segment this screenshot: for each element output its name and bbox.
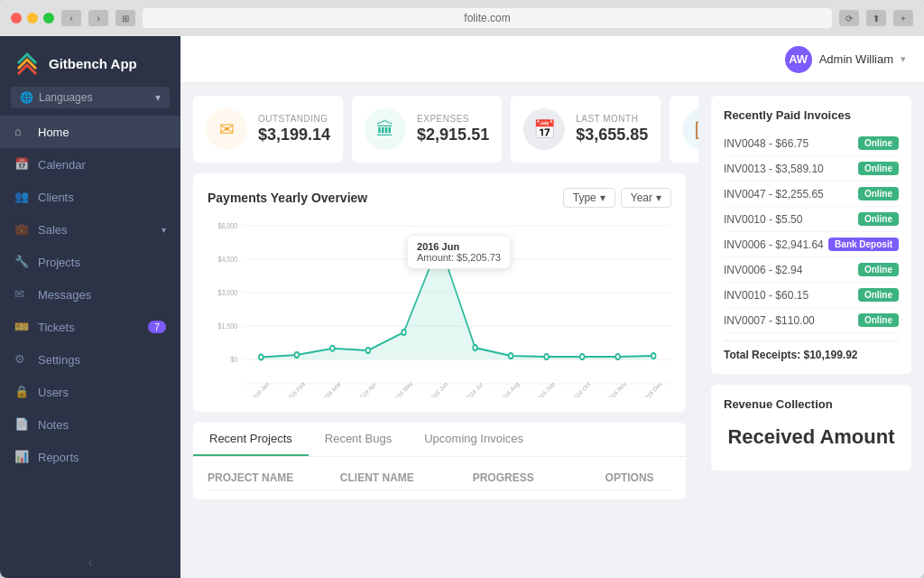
user-name: Admin William [819,52,893,66]
expenses-value: $2,915.51 [417,126,489,144]
inv-id: INV0048 - $66.75 [724,137,808,150]
sidebar-item-sales[interactable]: 💼 Sales ▾ [0,213,180,246]
chart-header: Payments Yearly Overview Type ▾ Year ▾ [208,188,671,208]
address-bar[interactable]: folite.com [143,8,832,28]
reports-icon: 📊 [14,450,29,464]
left-panel: ✉ OUTSTANDING $3,199.14 🏛 [180,83,698,578]
this-month-icon: 📋 [692,118,698,140]
language-button[interactable]: 🌐 Languages ▾ [11,87,170,108]
inv-id: INV0006 - $2.94 [724,264,802,276]
svg-point-28 [437,239,442,247]
topbar: AW Admin William ▾ [180,36,924,83]
avatar: AW [785,46,812,73]
chart-type-button[interactable]: Type ▾ [563,188,615,208]
svg-text:2016 Aug: 2016 Aug [499,380,521,397]
minimize-button[interactable] [27,13,38,23]
chart-area: $6,000 $4,500 $3,000 $1,500 $0 2016 Jan … [208,217,671,397]
last-month-value: $3,655.85 [576,126,648,144]
user-menu[interactable]: AW Admin William ▾ [785,46,906,73]
year-dropdown-icon: ▾ [656,191,661,204]
tabs-card: Recent Projects Recent Bugs Upcoming Inv… [193,423,686,499]
inv-badge: Online [858,263,899,276]
col-project-name: Project Name [208,471,340,484]
chart-controls: Type ▾ Year ▾ [563,188,671,208]
tab-recent-projects[interactable]: Recent Projects [193,423,309,456]
chart-year-button[interactable]: Year ▾ [621,188,671,208]
svg-text:2016 Nov: 2016 Nov [606,379,628,397]
browser-chrome: ‹ › ⊞ folite.com ⟳ ⬆ + [0,0,924,36]
view-button[interactable]: ⊞ [116,10,135,26]
sidebar-item-calendar[interactable]: 📅 Calendar [0,148,180,181]
reload-button[interactable]: ⟳ [839,10,859,26]
sidebar-item-tickets[interactable]: 🎫 Tickets 7 [0,311,180,343]
share-button[interactable]: ⬆ [866,10,886,26]
expenses-info: EXPENSES $2,915.51 [417,114,489,144]
sidebar-collapse-button[interactable]: ‹ [0,545,180,578]
invoice-row: INV0010 - $5.50 Online [724,207,899,232]
collapse-icon: ‹ [88,555,93,569]
maximize-button[interactable] [43,13,54,23]
sidebar-item-label: Tickets [38,321,75,334]
inv-id: INV0010 - $5.50 [724,213,802,226]
total-value: $10,199.92 [803,349,857,361]
col-progress: Progress [473,471,605,484]
outstanding-icon: ✉ [219,118,235,140]
right-panel: Recently Paid Invoices INV0048 - $66.75 … [698,83,924,578]
sidebar-title: Gitbench App [49,56,137,71]
sidebar-item-label: Calendar [38,158,86,172]
sidebar-item-projects[interactable]: 🔧 Projects [0,246,180,278]
invoice-card: Recently Paid Invoices INV0048 - $66.75 … [711,96,911,374]
svg-text:2016 Mar: 2016 Mar [320,379,342,397]
invoice-card-title: Recently Paid Invoices [724,108,899,122]
main-content: AW Admin William ▾ ✉ [180,36,924,578]
inv-badge: Online [858,313,899,327]
tab-upcoming-invoices[interactable]: Upcoming Invoices [408,423,540,456]
back-button[interactable]: ‹ [61,10,81,26]
user-dropdown-icon: ▾ [901,53,906,65]
invoice-row: INV0006 - $2,941.64 Bank Deposit [724,232,899,257]
sidebar-item-settings[interactable]: ⚙ Settings [0,343,180,376]
tickets-icon: 🎫 [14,320,29,334]
revenue-card: Revenue Collection Received Amount [711,385,911,471]
forward-button[interactable]: › [88,10,108,26]
svg-text:2016 Oct: 2016 Oct [571,380,591,397]
lang-dropdown-icon: ▾ [155,91,161,104]
sidebar-item-messages[interactable]: ✉ Messages [0,278,180,311]
settings-icon: ⚙ [14,352,29,367]
sidebar-item-notes[interactable]: 📄 Notes [0,408,180,441]
svg-point-24 [294,352,299,358]
svg-text:2016 Sep: 2016 Sep [535,379,557,397]
sidebar-item-label: Notes [38,418,69,432]
notes-icon: 📄 [14,417,29,432]
inv-id: INV0006 - $2,941.64 [724,238,824,251]
svg-text:2016 Feb: 2016 Feb [285,380,306,397]
invoice-row: INV0007 - $110.00 Online [724,308,899,333]
sidebar-item-users[interactable]: 🔒 Users [0,376,180,408]
svg-text:2016 Jun: 2016 Jun [428,380,448,397]
sidebar-item-label: Sales [38,223,68,237]
home-icon: ⌂ [14,125,29,139]
type-label: Type [573,191,596,204]
sidebar-item-clients[interactable]: 👥 Clients [0,181,180,213]
url-text: folite.com [464,12,510,24]
globe-icon: 🌐 [20,91,33,104]
svg-text:2016 May: 2016 May [392,379,414,397]
sidebar-item-home[interactable]: ⌂ Home [0,116,180,148]
svg-point-31 [544,354,549,359]
tabs-header: Recent Projects Recent Bugs Upcoming Inv… [193,423,686,457]
add-tab-button[interactable]: + [893,10,913,26]
sidebar-item-label: Messages [38,288,91,302]
stat-this-month: 📋 THIS MONTH $0.00 [670,96,698,163]
tickets-badge: 7 [148,321,166,333]
sidebar-item-label: Settings [38,353,80,367]
outstanding-icon-circle: ✉ [206,108,247,150]
svg-text:2016 Jul: 2016 Jul [465,380,484,397]
sidebar-item-label: Home [38,126,69,139]
sidebar-header: Gitbench App [0,36,180,87]
sidebar-item-reports[interactable]: 📊 Reports [0,441,180,473]
inv-badge: Online [858,212,899,226]
traffic-lights [11,13,54,23]
inv-id: INV0010 - $60.15 [724,289,808,302]
close-button[interactable] [11,13,22,23]
tab-recent-bugs[interactable]: Recent Bugs [309,423,408,456]
